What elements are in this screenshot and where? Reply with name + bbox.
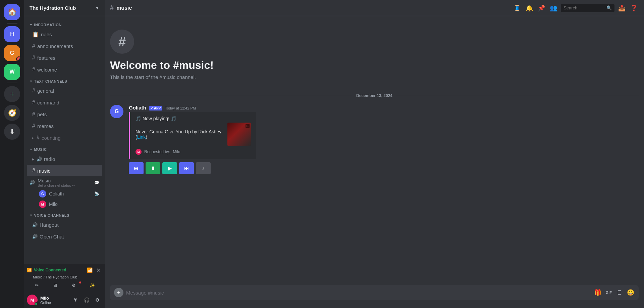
music-voice-status: Set a channel status ✏: [38, 183, 75, 187]
mute-button[interactable]: 🎙: [71, 295, 80, 305]
user-name: Milo: [40, 296, 68, 301]
category-label-information: INFORMATION: [34, 23, 61, 27]
server-icon-2[interactable]: G 2: [4, 45, 20, 61]
channel-item-music[interactable]: # music: [27, 165, 102, 176]
category-music[interactable]: ▼ MUSIC: [24, 146, 105, 153]
voice-effects-button[interactable]: ✨: [84, 280, 101, 290]
speaker-icon-radio: 🔊: [37, 157, 42, 162]
channel-item-features[interactable]: # features: [27, 52, 102, 63]
channel-name-features: features: [37, 55, 55, 61]
server-icon-3[interactable]: W: [4, 64, 20, 80]
voice-signal-icon: 📶: [27, 268, 32, 272]
message-timestamp: Today at 12:42 PM: [165, 106, 196, 110]
channel-item-rules[interactable]: 📋 rules: [27, 29, 102, 40]
channel-item-command[interactable]: # command: [27, 97, 102, 108]
member-list-button[interactable]: 👥: [549, 3, 558, 13]
category-text-channels[interactable]: ▼ TEXT CHANNELS: [24, 78, 105, 85]
member-icon-goliath: 📡: [94, 191, 99, 196]
user-status-dot: [35, 302, 38, 306]
member-avatar-goliath: G: [39, 190, 46, 197]
add-attachment-button[interactable]: +: [114, 288, 123, 297]
channel-item-pets[interactable]: # pets: [27, 108, 102, 120]
emoji-button[interactable]: 😀: [627, 289, 635, 297]
channel-list: ▼ INFORMATION 📋 rules # announcements # …: [24, 16, 105, 264]
channel-item-radio[interactable]: ▸ 🔊 radio: [27, 153, 102, 165]
voice-member-goliath[interactable]: G Goliath 📡: [27, 189, 102, 199]
play-button[interactable]: ▶: [162, 162, 177, 174]
server-header[interactable]: The Hydration Club ▼: [24, 0, 105, 16]
server-divider: [7, 23, 17, 24]
hash-icon-general: #: [32, 88, 35, 94]
channel-item-memes[interactable]: # memes: [27, 120, 102, 132]
member-avatar-milo: M: [39, 201, 46, 208]
embed-song-row: Never Gonna Give You Up by Rick Astley (…: [136, 123, 251, 146]
voice-activity-button[interactable]: ⚙: [65, 280, 82, 290]
messages-area[interactable]: # Welcome to #music! This is the start o…: [105, 16, 644, 285]
voice-disconnect-button[interactable]: ✕: [95, 266, 102, 274]
category-information[interactable]: ▼ INFORMATION: [24, 21, 105, 28]
sticker-button[interactable]: 🗒: [616, 289, 624, 297]
app-badge: ✓ APP: [149, 106, 163, 111]
skip-forward-button[interactable]: ⏭: [179, 162, 194, 174]
server-icon-1[interactable]: H: [4, 26, 20, 42]
hash-icon-pets: #: [32, 111, 35, 117]
inbox-button[interactable]: 📥: [617, 3, 627, 13]
server-name: The Hydration Club: [30, 5, 76, 11]
queue-button[interactable]: ♪: [196, 162, 211, 174]
category-label-voice: VOICE CHANNELS: [34, 213, 69, 217]
threads-button[interactable]: 🧵: [513, 3, 522, 13]
date-text: December 13, 2024: [356, 93, 392, 98]
server-icon-label: W: [9, 69, 14, 75]
channel-name-command: command: [37, 100, 59, 105]
server-icon-label: G: [10, 50, 14, 56]
search-bar[interactable]: 🔍: [561, 4, 614, 12]
channel-item-counting[interactable]: ▸ # counting: [27, 132, 102, 143]
voice-screen-button[interactable]: 🖥: [47, 280, 64, 290]
channel-item-open-chat[interactable]: 🔊 Open Chat: [27, 231, 102, 242]
hash-icon-welcome: #: [32, 67, 35, 73]
channel-item-welcome[interactable]: # welcome: [27, 64, 102, 75]
voice-edit-button[interactable]: ✏: [28, 280, 45, 290]
gift-button[interactable]: 🎁: [594, 289, 602, 297]
category-voice-channels[interactable]: ▼ VOICE CHANNELS: [24, 212, 105, 219]
music-voice-sub-channel[interactable]: 🔊 Music Set a channel status ✏ 💬: [27, 177, 102, 188]
date-divider: December 13, 2024: [110, 93, 639, 98]
channel-item-hangout[interactable]: 🔊 Hangout: [27, 219, 102, 230]
deafen-button[interactable]: 🎧: [82, 295, 91, 305]
pause-button[interactable]: ⏸: [146, 162, 160, 174]
channel-item-announcements[interactable]: # announcements: [27, 40, 102, 52]
server-icon-add[interactable]: +: [4, 86, 20, 102]
channel-name-announcements: announcements: [37, 43, 73, 49]
help-icon: ❓: [630, 4, 638, 12]
message-input[interactable]: [126, 290, 591, 296]
user-avatar-container[interactable]: M: [27, 295, 38, 305]
category-chevron-voice: ▼: [30, 214, 33, 217]
voice-member-milo[interactable]: M Milo: [27, 199, 102, 209]
category-label-music: MUSIC: [34, 147, 47, 151]
requested-by-avatar: M: [136, 149, 142, 155]
server-icon-explore[interactable]: 🧭: [4, 105, 20, 121]
embed-thumbnail: E: [227, 123, 251, 146]
now-playing-text: 🎵 Now playing! 🎵: [136, 116, 251, 121]
music-embed: 🎵 Now playing! 🎵 Never Gonna Give You Up…: [129, 112, 256, 159]
skip-back-button[interactable]: ⏮: [129, 162, 144, 174]
message-header: Goliath ✓ APP Today at 12:42 PM: [129, 105, 639, 111]
voice-icon-radio: ▸: [32, 157, 35, 162]
channel-welcome: # Welcome to #music! This is the start o…: [110, 16, 639, 88]
search-input[interactable]: [564, 5, 604, 10]
server-icon-label: H: [10, 31, 14, 37]
notification-badge: 2: [16, 56, 20, 61]
gif-button[interactable]: GIF: [604, 289, 613, 297]
help-button[interactable]: ❓: [629, 3, 639, 13]
user-settings-button[interactable]: ⚙: [93, 295, 102, 305]
server-icon-home[interactable]: 🏠: [4, 4, 20, 20]
voice-location: Music / The Hydration Club: [33, 275, 102, 279]
server-icon-download[interactable]: ⬇: [4, 124, 20, 140]
channel-item-general[interactable]: # general: [27, 85, 102, 96]
pinned-messages-button[interactable]: 📌: [537, 3, 546, 13]
song-link[interactable]: Link: [137, 134, 146, 140]
requested-by-label: Requested by:: [144, 149, 170, 154]
notification-settings-button[interactable]: 🔔: [525, 3, 534, 13]
category-label-text: TEXT CHANNELS: [34, 79, 67, 83]
members-icon: 👥: [550, 4, 557, 12]
